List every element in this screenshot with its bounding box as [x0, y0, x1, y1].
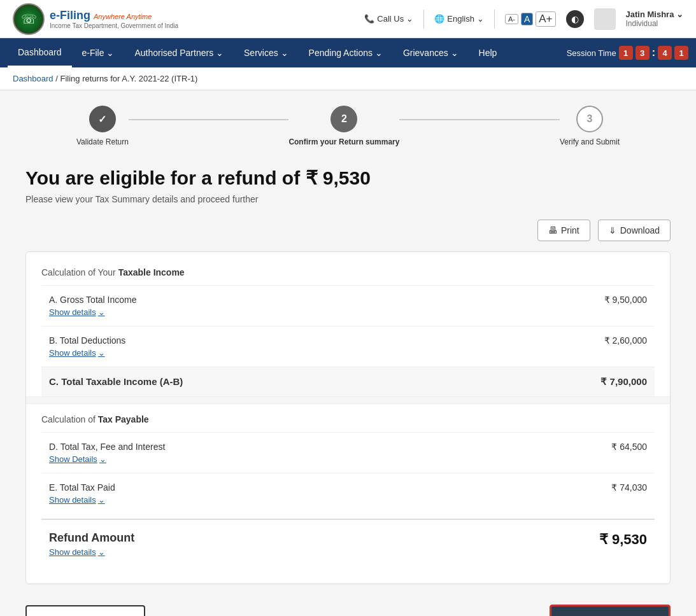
nav-pending-actions[interactable]: Pending Actions ⌄: [299, 38, 393, 67]
step-3-label: Verify and Submit: [560, 137, 620, 146]
row-taxable-income-left: C. Total Taxable Income (A-B): [49, 376, 183, 387]
download-button[interactable]: ⇓ Download: [598, 220, 671, 241]
call-us-label: Call Us: [377, 14, 404, 24]
step-3-circle: 3: [576, 106, 603, 132]
user-type: Individual: [626, 19, 683, 28]
step-1: ✓ Validate Return: [76, 106, 129, 146]
download-icon: ⇓: [609, 225, 616, 235]
language-label: English: [447, 14, 474, 24]
header-right: 📞 Call Us ⌄ 🌐 English ⌄ A- A A+ ◐ Jatin …: [364, 8, 683, 30]
tax-fee-label: D. Total Tax, Fee and Interest: [49, 442, 165, 452]
row-deductions: B. Total Deductions Show details ⌄ ₹ 2,6…: [41, 326, 655, 367]
logo-tagline: Anywhere Anytime: [94, 13, 152, 20]
nav-dashboard[interactable]: Dashboard: [8, 38, 72, 67]
stepper: ✓ Validate Return 2 Confirm your Return …: [25, 106, 671, 146]
taxable-income-value: ₹ 7,90,000: [600, 376, 647, 388]
divider-2: [494, 10, 495, 29]
main-content: ✓ Validate Return 2 Confirm your Return …: [0, 90, 696, 616]
step-line-1: [129, 119, 289, 120]
gross-income-chevron-icon: ⌄: [98, 307, 105, 317]
tax-payable-section-title: Calculation of Tax Payable: [41, 414, 655, 424]
tax-fee-show-details[interactable]: Show Details ⌄: [49, 454, 165, 464]
row-deductions-left: B. Total Deductions Show details ⌄: [49, 335, 125, 358]
section-separator: [26, 396, 670, 404]
row-tax-paid-left: E. Total Tax Paid Show details ⌄: [49, 482, 115, 505]
lang-chevron-icon: ⌄: [477, 14, 484, 24]
call-us-button[interactable]: 📞 Call Us ⌄: [364, 14, 413, 24]
session-colon: :: [652, 47, 655, 59]
action-row: 🖶 Print ⇓ Download: [25, 220, 671, 241]
print-label: Print: [561, 225, 579, 235]
refund-subtext: Please view your Tax Summary details and…: [25, 194, 671, 204]
session-digit-3: 4: [658, 46, 672, 60]
deductions-show-details[interactable]: Show details ⌄: [49, 348, 125, 358]
tax-fee-chevron-icon: ⌄: [99, 454, 106, 464]
step-2-label: Confirm your Return summary: [288, 137, 399, 146]
step-2: 2 Confirm your Return summary: [288, 106, 399, 146]
refund-amount-heading: ₹ 9,530: [306, 167, 371, 188]
refund-show-details[interactable]: Show details ⌄: [49, 547, 134, 557]
session-digit-4: 1: [674, 46, 688, 60]
session-digit-2: 3: [636, 46, 650, 60]
breadcrumb-current: Filing returns for A.Y. 2021-22 (ITR-1): [60, 74, 197, 83]
nav-services[interactable]: Services ⌄: [234, 38, 299, 67]
logo-efiling: e-Filing Anywhere Anytime: [50, 9, 178, 22]
gross-income-label: A. Gross Total Income: [49, 295, 136, 305]
nav-help[interactable]: Help: [469, 38, 508, 67]
contrast-button[interactable]: ◐: [566, 10, 584, 28]
step-line-2: [399, 119, 560, 120]
main-nav: Dashboard e-File ⌄ Authorised Partners ⌄…: [0, 38, 696, 67]
taxable-income-bold: Taxable Income: [118, 267, 185, 277]
phone-icon: 📞: [364, 14, 374, 24]
nav-efile[interactable]: e-File ⌄: [72, 38, 125, 67]
step-3: 3 Verify and Submit: [560, 106, 620, 146]
return-summary-button[interactable]: ‹ Return Summary: [25, 605, 145, 616]
font-medium-button[interactable]: A: [521, 13, 533, 25]
deductions-label: B. Total Deductions: [49, 335, 125, 346]
refund-amount-label: Refund Amount: [49, 531, 134, 545]
deductions-value: ₹ 2,60,000: [604, 335, 647, 346]
refund-amount-row: Refund Amount Show details ⌄ ₹ 9,530: [41, 519, 655, 568]
breadcrumb: Dashboard / Filing returns for A.Y. 2021…: [0, 67, 696, 90]
user-name: Jatin Mishra ⌄: [626, 10, 683, 19]
step-1-label: Validate Return: [76, 137, 129, 146]
gross-income-value: ₹ 9,50,000: [604, 295, 647, 305]
tax-paid-chevron-icon: ⌄: [98, 495, 105, 505]
font-small-button[interactable]: A-: [505, 14, 518, 24]
nav-grievances[interactable]: Grievances ⌄: [393, 38, 469, 67]
download-label: Download: [620, 225, 660, 235]
refund-heading: You are eligible for a refund of ₹ 9,530: [25, 167, 671, 189]
tax-payable-bold: Tax Payable: [98, 414, 149, 424]
tax-summary-card: Calculation of Your Taxable Income A. Gr…: [25, 251, 671, 584]
refund-amount-left: Refund Amount Show details ⌄: [49, 531, 134, 557]
row-tax-paid: E. Total Tax Paid Show details ⌄ ₹ 74,03…: [41, 473, 655, 514]
step-2-circle: 2: [330, 106, 357, 132]
print-icon: 🖶: [548, 225, 557, 235]
row-gross-income-left: A. Gross Total Income Show details ⌄: [49, 295, 136, 317]
user-info: Jatin Mishra ⌄ Individual: [626, 10, 683, 28]
gross-income-show-details[interactable]: Show details ⌄: [49, 307, 136, 317]
print-button[interactable]: 🖶 Print: [537, 220, 590, 241]
tax-paid-value: ₹ 74,030: [611, 482, 647, 493]
session-digit-1: 1: [619, 46, 633, 60]
font-large-button[interactable]: A+: [536, 11, 555, 27]
row-gross-income: A. Gross Total Income Show details ⌄ ₹ 9…: [41, 285, 655, 326]
preview-return-button[interactable]: Preview Return ›: [550, 605, 671, 616]
font-controls: A- A A+: [505, 11, 556, 27]
avatar: [594, 8, 616, 30]
deductions-chevron-icon: ⌄: [98, 348, 105, 358]
tax-paid-show-details[interactable]: Show details ⌄: [49, 495, 115, 505]
tax-fee-value: ₹ 64,500: [611, 442, 647, 452]
logo-text: e-Filing Anywhere Anytime Income Tax Dep…: [50, 9, 178, 29]
header: ☏ e-Filing Anywhere Anytime Income Tax D…: [0, 0, 696, 38]
breadcrumb-dashboard[interactable]: Dashboard: [13, 74, 53, 83]
taxable-income-section-title: Calculation of Your Taxable Income: [41, 267, 655, 277]
language-selector[interactable]: 🌐 English ⌄: [434, 14, 484, 24]
refund-heading-prefix: You are eligible for a refund of: [25, 167, 306, 188]
refund-amount-value: ₹ 9,530: [599, 531, 647, 548]
step-1-circle: ✓: [89, 106, 116, 132]
session-time: Session Time 1 3 : 4 1: [567, 46, 688, 60]
footer-bar: ‹ Return Summary Preview Return ›: [25, 594, 671, 616]
row-tax-fee-left: D. Total Tax, Fee and Interest Show Deta…: [49, 442, 165, 464]
nav-authorised-partners[interactable]: Authorised Partners ⌄: [124, 38, 234, 67]
